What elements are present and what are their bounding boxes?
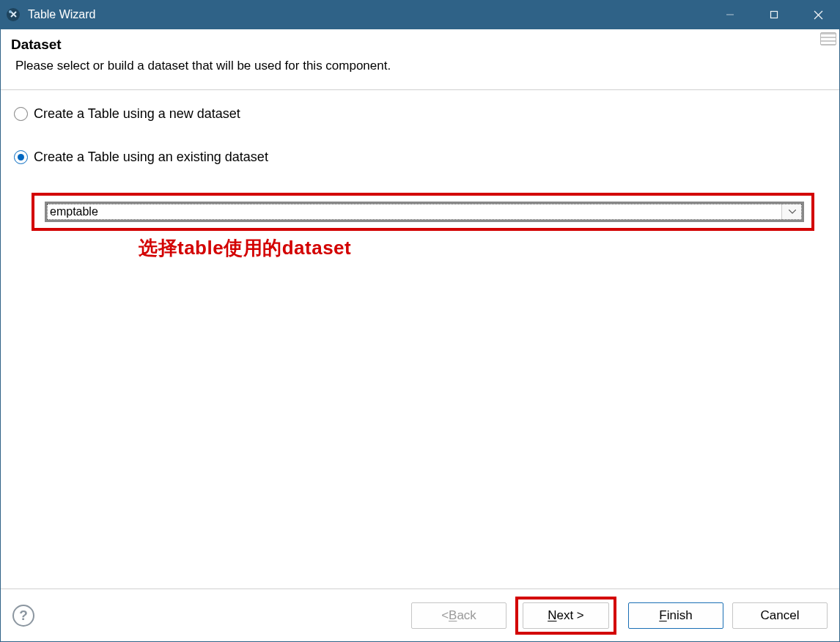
radio-label: Create a Table using a new dataset (34, 106, 240, 122)
help-icon[interactable]: ? (12, 605, 34, 627)
minimize-button[interactable] (708, 0, 752, 29)
svg-rect-3 (771, 12, 778, 18)
header-decoration-icon (820, 32, 836, 45)
wizard-footer: ? < Back Next > Finish Cancel (1, 588, 839, 641)
finish-button[interactable]: Finish (628, 602, 723, 629)
window-controls (708, 0, 840, 29)
annotation-highlight-next: Next > (515, 597, 616, 635)
page-subtitle: Please select or build a dataset that wi… (15, 59, 829, 73)
app-icon (6, 7, 21, 22)
content-area: Create a Table using a new dataset Creat… (1, 90, 839, 588)
maximize-button[interactable] (752, 0, 796, 29)
radio-icon (14, 150, 28, 164)
annotation-highlight: emptable (32, 193, 814, 231)
option-existing-dataset[interactable]: Create a Table using an existing dataset (14, 150, 828, 165)
annotation-text: 选择table使用的dataset (139, 235, 828, 261)
option-new-dataset[interactable]: Create a Table using a new dataset (14, 106, 828, 122)
cancel-button[interactable]: Cancel (732, 602, 828, 629)
back-button: < Back (411, 602, 506, 629)
radio-label: Create a Table using an existing dataset (34, 150, 268, 165)
chevron-down-icon (781, 204, 802, 220)
dataset-dropdown[interactable]: emptable (45, 202, 804, 222)
page-title: Dataset (11, 37, 829, 53)
svg-point-1 (9, 10, 12, 13)
radio-icon (14, 107, 28, 121)
next-button[interactable]: Next > (523, 602, 609, 629)
dropdown-value: emptable (47, 204, 781, 220)
titlebar[interactable]: Table Wizard (0, 0, 840, 29)
window-title: Table Wizard (28, 8, 708, 21)
wizard-header: Dataset Please select or build a dataset… (1, 29, 839, 90)
close-button[interactable] (796, 0, 840, 29)
